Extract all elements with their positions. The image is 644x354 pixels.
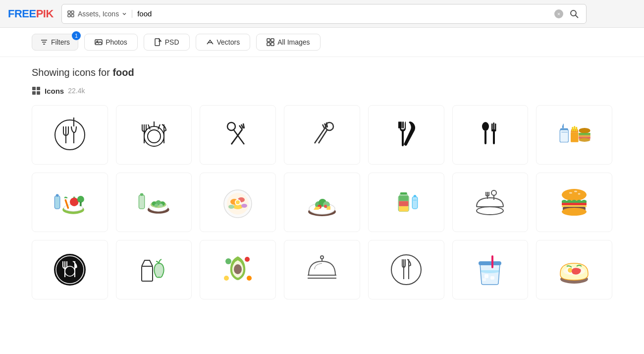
icon-card-restaurant-circle-dark[interactable] [32,240,108,299]
svg-rect-45 [400,121,402,128]
svg-rect-106 [412,197,418,209]
icon-card-drink-cup[interactable] [452,240,529,299]
results-title-prefix: Showing icons for [32,67,112,78]
svg-rect-67 [54,196,60,209]
svg-rect-153 [483,278,486,281]
svg-rect-18 [32,91,36,95]
icon-grid-row1 [32,105,612,165]
svg-rect-105 [399,196,408,201]
icon-card-plate-fork-knife[interactable] [116,105,192,165]
results-query: food [112,67,134,78]
icon-card-fork-knife-cross-filled[interactable] [368,105,444,165]
svg-point-118 [562,189,587,201]
svg-rect-103 [399,206,408,212]
svg-rect-15 [271,43,274,46]
svg-line-37 [231,129,242,144]
icon-card-healthy-food-color2[interactable] [200,240,276,299]
icon-card-spoon-fork-cross2[interactable] [284,105,360,165]
icon-card-fastfood-color[interactable] [536,105,612,165]
svg-rect-122 [562,203,587,205]
svg-point-120 [574,191,577,192]
icon-card-milk-apple[interactable] [116,240,192,299]
svg-line-32 [233,129,244,144]
svg-rect-63 [579,133,590,135]
svg-rect-19 [37,91,40,95]
tab-psd[interactable]: PSD [144,34,190,51]
svg-rect-60 [574,126,575,131]
tab-all-images[interactable]: All Images [256,34,320,51]
svg-point-25 [148,130,161,143]
search-icon [569,9,579,19]
svg-rect-17 [37,87,40,90]
psd-icon [154,38,162,46]
svg-rect-12 [267,39,270,42]
icon-grid-row2 [32,173,612,232]
svg-rect-75 [140,193,143,196]
logo-free: FREE [8,7,36,20]
svg-point-71 [70,197,79,206]
svg-rect-46 [402,121,404,128]
svg-rect-2 [68,14,70,17]
svg-rect-131 [142,266,153,281]
svg-rect-151 [484,274,488,278]
svg-rect-74 [139,195,144,209]
tab-photos[interactable]: Photos [84,34,138,51]
svg-rect-13 [271,39,274,42]
svg-rect-150 [491,255,493,268]
icon-card-burger-color[interactable] [536,173,612,232]
svg-rect-58 [571,132,579,142]
icon-card-cutlery-circle[interactable] [32,105,108,165]
icon-card-fork-circle[interactable] [368,240,444,299]
icon-card-salad-bowl-color2[interactable] [284,173,360,232]
tab-photos-label: Photos [106,38,127,46]
header: FREEPIK Assets, Icons × [0,0,644,28]
logo[interactable]: FREEPIK [8,7,54,20]
svg-point-47 [482,122,489,131]
icon-card-spoon-fork-filled[interactable] [452,105,529,165]
svg-rect-149 [479,261,501,265]
photos-icon [95,38,103,46]
filters-button[interactable]: Filters 1 [32,34,78,51]
svg-point-66 [579,138,590,142]
search-clear-button[interactable]: × [554,9,563,18]
svg-point-138 [247,276,252,281]
svg-rect-56 [563,123,564,126]
svg-rect-102 [400,192,407,194]
icon-card-salad-jar[interactable] [368,173,444,232]
svg-rect-0 [68,11,70,13]
search-input[interactable] [132,9,554,18]
all-images-icon [267,38,274,46]
svg-rect-44 [398,121,400,128]
icon-card-asian-food[interactable] [200,173,276,232]
svg-rect-54 [560,130,568,142]
search-category-selector[interactable]: Assets, Icons [67,10,132,18]
svg-point-83 [159,204,162,207]
svg-point-109 [477,207,503,215]
section-header: Icons 22.4k [32,86,612,95]
svg-point-20 [55,120,85,150]
icon-card-salad-bowl-outline[interactable] [452,173,529,232]
svg-rect-11 [155,39,160,46]
search-submit-button[interactable] [567,7,581,21]
svg-rect-61 [576,127,577,131]
svg-rect-48 [484,130,486,144]
icon-card-fork-spoon-cross[interactable] [200,105,276,165]
svg-rect-16 [32,87,36,90]
svg-point-4 [571,10,576,16]
svg-rect-14 [267,43,270,46]
icon-card-salad-bowl2[interactable] [116,173,192,232]
tab-psd-label: PSD [165,38,179,46]
filter-bar: Filters 1 Photos PSD Vectors All Im [0,28,644,57]
logo-pik: PIK [36,7,54,20]
svg-rect-152 [490,276,494,280]
tab-vectors[interactable]: Vectors [196,34,251,51]
svg-point-72 [77,196,84,203]
icon-card-food-bowl-color[interactable] [536,240,612,299]
svg-point-89 [228,205,234,209]
svg-rect-64 [579,135,590,137]
svg-point-31 [227,122,235,130]
icon-card-serving-dome[interactable] [284,240,360,299]
assets-icon [67,10,75,18]
svg-point-119 [569,192,572,194]
icon-card-healthy-food1[interactable] [32,173,108,232]
